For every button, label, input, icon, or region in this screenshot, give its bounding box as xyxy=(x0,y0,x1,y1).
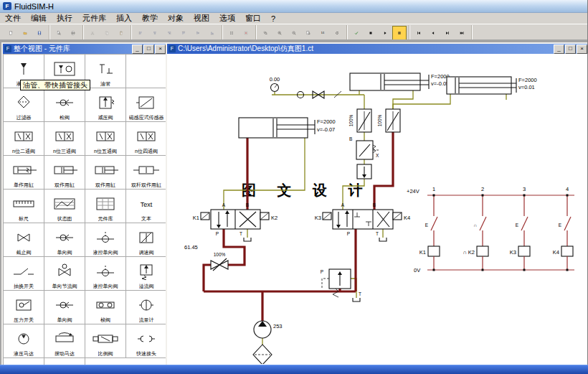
open-button[interactable] xyxy=(18,26,32,40)
relay-coil[interactable] xyxy=(428,246,440,256)
flow-control-valve-2[interactable]: 100% xyxy=(377,109,400,132)
library-item-relief[interactable]: 溢流阀 xyxy=(126,257,167,291)
menu-item-2[interactable]: 执行 xyxy=(52,13,77,24)
print-button[interactable] xyxy=(66,26,80,40)
library-item-text[interactable]: Text文本 xyxy=(126,190,167,223)
stop-button[interactable] xyxy=(364,26,378,40)
menu-item-0[interactable]: 文件 xyxy=(0,13,26,24)
menu-item-1[interactable]: 编辑 xyxy=(26,13,52,24)
library-item-shuttle[interactable]: 梭阀 xyxy=(85,291,126,324)
close-icon[interactable]: × xyxy=(577,45,587,54)
library-item-ruler[interactable]: 标尺 xyxy=(4,190,44,223)
flow-control-valve-1[interactable]: 100% xyxy=(348,109,371,132)
directional-valve-left[interactable]: K1 K2 A B P T xyxy=(193,202,278,236)
maximize-button[interactable]: □ xyxy=(565,45,576,54)
library-item-cylinder-dual-rod[interactable]: 双杆双作用缸 xyxy=(126,156,167,190)
library-item-dcv[interactable]: n位四通阀 xyxy=(126,122,167,156)
align-middle-button[interactable] xyxy=(191,26,205,40)
maximize-button[interactable]: □ xyxy=(143,45,154,54)
step-last-button[interactable] xyxy=(455,26,469,40)
library-item-check-valve[interactable]: 单向阀 xyxy=(44,291,85,324)
library-item-shutoff[interactable]: 截止阀 xyxy=(4,223,44,257)
zoom-page-button[interactable] xyxy=(301,26,316,40)
cylinder-A[interactable]: F=2000 v=-0.05 xyxy=(350,73,450,90)
library-item-sensor[interactable]: 磁感应式传感器 xyxy=(126,88,167,122)
library-item-catalog[interactable]: 元件库 xyxy=(85,190,126,223)
relay-coil[interactable] xyxy=(477,246,488,256)
pressure-gauge[interactable]: 0.00 xyxy=(270,76,280,92)
library-item-switch[interactable]: 抽换开关 xyxy=(4,257,44,291)
menu-item-10[interactable]: ? xyxy=(266,14,280,23)
zoom-in-button[interactable] xyxy=(272,26,287,40)
library-item-motor[interactable]: 液压马达 xyxy=(4,324,44,358)
step-back-button[interactable] xyxy=(426,26,440,40)
minimize-button[interactable]: _ xyxy=(554,45,564,54)
step-first-button[interactable] xyxy=(412,26,426,40)
zoom-actual-button[interactable]: 1:1 xyxy=(316,26,330,40)
library-window-titlebar[interactable]: F 整个视图 - 元件库 _ □ × xyxy=(3,44,167,54)
zoom-refresh-button[interactable] xyxy=(330,26,344,40)
save-button[interactable] xyxy=(32,26,47,40)
align-right-button[interactable] xyxy=(162,26,176,40)
align-bottom-button[interactable] xyxy=(205,26,219,40)
library-item-throttle-check[interactable]: 单向节流阀 xyxy=(44,257,85,291)
library-item-flow-control[interactable]: 调速阀 xyxy=(126,223,167,257)
library-item-hose[interactable]: 油管 xyxy=(85,55,126,88)
library-item-cylinder-single[interactable]: 单作用缸 xyxy=(4,156,44,190)
step-forward-button[interactable] xyxy=(440,26,455,40)
library-item-proportional[interactable]: 比例阀 xyxy=(85,324,126,358)
relay-coil[interactable] xyxy=(518,246,530,256)
relay-coil[interactable] xyxy=(561,246,573,256)
menu-item-5[interactable]: 教学 xyxy=(137,13,163,24)
check-button[interactable] xyxy=(349,26,364,40)
preview-button[interactable] xyxy=(52,26,66,40)
align-top-button[interactable] xyxy=(176,26,191,40)
new-button[interactable] xyxy=(4,26,18,40)
library-item-state-diagram[interactable]: 状态图 xyxy=(44,190,85,223)
taskbar[interactable] xyxy=(0,365,588,374)
menu-item-9[interactable]: 窗口 xyxy=(240,13,266,24)
library-item-cylinder-double[interactable]: 双作用缸 xyxy=(44,156,85,190)
zoom-out-button[interactable] xyxy=(287,26,301,40)
zoom-window-button[interactable] xyxy=(258,26,272,40)
library-item-flow-meter[interactable]: 流量计 xyxy=(126,291,167,324)
electrical-circuit[interactable]: +24V0V1K1E2K2∩3K3E4K4E∩ xyxy=(407,186,574,274)
close-icon[interactable]: × xyxy=(155,45,166,54)
play-button[interactable] xyxy=(378,26,392,40)
library-item-coupling[interactable]: 快速接头 xyxy=(126,324,167,358)
paste-button[interactable] xyxy=(114,26,128,40)
menu-item-8[interactable]: 选项 xyxy=(214,13,240,24)
align-left-button[interactable] xyxy=(133,26,148,40)
pause-button[interactable] xyxy=(392,26,407,40)
library-item-check-valve[interactable]: 检阀 xyxy=(44,88,85,122)
minimize-button[interactable]: _ xyxy=(132,45,143,54)
title-bar[interactable]: F FluidSIM-H xyxy=(0,0,587,13)
copy-button[interactable] xyxy=(100,26,114,40)
menu-item-7[interactable]: 视图 xyxy=(189,13,214,24)
library-item-semi-rotary[interactable]: 摆动马达 xyxy=(44,324,85,358)
cut-button[interactable] xyxy=(85,26,100,40)
menu-item-6[interactable]: 对象 xyxy=(163,13,189,24)
snap-button[interactable] xyxy=(239,26,253,40)
filter[interactable] xyxy=(253,345,272,364)
cylinder-B[interactable]: F=2000 v=0.01 xyxy=(447,77,537,94)
directional-valve-right[interactable]: K3 K4 A B P T xyxy=(315,202,410,236)
menu-item-4[interactable]: 插入 xyxy=(111,13,137,24)
library-item-cylinder-double[interactable]: 双作用缸 xyxy=(85,156,126,190)
circuit-canvas[interactable]: 图 文 设 计 xyxy=(167,54,587,365)
menu-item-3[interactable]: 元件库 xyxy=(77,13,111,24)
aux-valve[interactable] xyxy=(357,164,371,179)
circuit-window-titlebar[interactable]: F C:\Users\Administrator\Desktop\仿真图1.ct… xyxy=(167,44,587,54)
library-item-pilot-check[interactable]: 液控单向阀 xyxy=(85,223,126,257)
grid-button[interactable] xyxy=(224,26,239,40)
library-item-pilot-check[interactable]: 液控单向阀 xyxy=(85,257,126,291)
library-item-check-valve[interactable]: 单向阀 xyxy=(44,223,85,257)
library-item-dcv[interactable]: n位五通阀 xyxy=(85,122,126,156)
align-center-button[interactable] xyxy=(148,26,162,40)
pump[interactable]: 253 xyxy=(254,321,283,338)
library-item-blank[interactable] xyxy=(126,55,167,88)
cylinder-C[interactable]: F=2000 v=-0.07 xyxy=(239,118,336,138)
library-item-filter[interactable]: 过滤器 xyxy=(4,88,44,122)
library-item-dcv[interactable]: n位二通阀 xyxy=(4,122,44,156)
library-item-dcv[interactable]: n位三通阀 xyxy=(44,122,85,156)
